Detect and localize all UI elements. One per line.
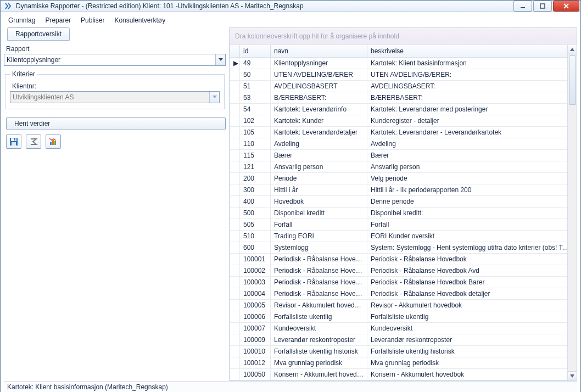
table-row[interactable]: 510Trading EORIEORI Kunder oversikt <box>230 230 577 242</box>
table-row[interactable]: 100006Forfallsliste ukentligForfallslist… <box>230 311 577 322</box>
chevron-down-icon <box>209 92 219 103</box>
cell-navn: Ansvarlig person <box>271 161 367 172</box>
cell-id: 105 <box>240 126 271 138</box>
cell-beskrivelse: Kunderegister - detaljer <box>367 115 577 126</box>
cell-navn: Leverandør reskontroposter <box>271 334 367 345</box>
kriterier-group: Kriterier Klientnr: <box>5 70 225 109</box>
table-row[interactable]: 500Disponibel kredittDisponibel kreditt: <box>230 207 577 219</box>
table-row[interactable]: 100001Periodisk - Råbalanse HovedbokPeri… <box>230 253 577 265</box>
table-row[interactable]: 100050Konsern - Akkumulert hovedbokKonse… <box>230 368 577 380</box>
table-row[interactable]: 100004Periodisk - Råbalanse Hovedbok d..… <box>230 288 577 299</box>
cell-navn: Periodisk - Råbalanse Hovedbok <box>271 253 367 265</box>
row-marker <box>230 276 240 288</box>
table-row[interactable]: 505ForfallForfall <box>230 219 577 230</box>
table-row[interactable]: 400HovedbokDenne periode <box>230 195 577 207</box>
vertical-scrollbar[interactable] <box>567 45 577 380</box>
maximize-button[interactable] <box>533 1 552 12</box>
table-row[interactable]: 51AVDELINGSBASERTAVDELINGSBASERT: <box>230 80 577 92</box>
cell-beskrivelse: Kartotek: Klient basisinformasjon <box>367 57 577 69</box>
cell-beskrivelse: Ansvarlig person <box>367 161 577 172</box>
sum-icon[interactable] <box>26 135 41 149</box>
cell-id: 100009 <box>240 334 271 345</box>
menu-preparer[interactable]: Preparer <box>45 16 71 24</box>
cell-navn: Hittil i år <box>271 184 367 195</box>
col-beskrivelse[interactable]: beskrivelse <box>367 45 577 57</box>
cell-id: 100002 <box>240 265 271 276</box>
table-row[interactable]: 50UTEN AVDELING/BÆRERUTEN AVDELING/BÆRER… <box>230 69 577 80</box>
rapport-combobox[interactable] <box>4 54 226 66</box>
content-area: Grunnlag Preparer Publiser Konsulentverk… <box>1 12 580 392</box>
row-marker <box>230 115 240 126</box>
cell-id: 100005 <box>240 299 271 311</box>
table-row[interactable]: 300Hittil i årHittil i år - lik perioder… <box>230 184 577 195</box>
save-icon[interactable] <box>6 135 21 149</box>
cell-id: 110 <box>240 138 271 149</box>
svg-rect-6 <box>50 142 52 145</box>
col-marker[interactable] <box>230 45 240 57</box>
table-row[interactable]: 53BÆRERBASERT:BÆRERBASERT: <box>230 92 577 103</box>
menu-publiser[interactable]: Publiser <box>81 16 104 24</box>
scroll-up-icon[interactable] <box>568 45 577 54</box>
col-navn[interactable]: navn <box>271 45 367 57</box>
table-row[interactable]: 200PeriodeVelg periode <box>230 172 577 184</box>
app-window: Dynamiske Rapporter - (Restricted editio… <box>0 0 581 392</box>
svg-rect-8 <box>54 141 56 145</box>
cell-navn: Periodisk - Råbalanse Hovedbok B... <box>271 276 367 288</box>
scroll-thumb[interactable] <box>569 55 576 105</box>
titlebar[interactable]: Dynamiske Rapporter - (Restricted editio… <box>1 1 580 12</box>
table-row[interactable]: 100010Forfallsliste ukentlig historiskFo… <box>230 345 577 357</box>
row-marker <box>230 80 240 92</box>
row-marker <box>230 126 240 138</box>
table-row[interactable]: 100007KundeoversiktKundeoversikt <box>230 322 577 334</box>
row-marker <box>230 230 240 242</box>
window-title: Dynamiske Rapporter - (Restricted editio… <box>16 2 512 10</box>
cell-navn: Forfallsliste ukentlig <box>271 311 367 322</box>
chevron-down-icon[interactable] <box>215 54 225 65</box>
table-row[interactable]: 115BærerBærer <box>230 149 577 161</box>
scroll-down-icon[interactable] <box>568 371 577 380</box>
close-button[interactable] <box>553 1 579 12</box>
cell-navn: Periode <box>271 172 367 184</box>
tab-rapportoversikt[interactable]: Rapportoversikt <box>7 27 70 41</box>
minimize-button[interactable] <box>513 1 532 12</box>
cell-navn: Hovedbok <box>271 195 367 207</box>
rapport-input[interactable] <box>4 54 215 65</box>
table-row[interactable]: 600SystemloggSystem: Systemlogg - Hent s… <box>230 242 577 253</box>
table-row[interactable]: 54Kartotek: LeverandørinfoKartotek: Leve… <box>230 103 577 115</box>
table-row[interactable]: 100012Mva grunnlag periodiskMva grunnlag… <box>230 357 577 368</box>
table-row[interactable]: 100005Revisor - Akkumulert hovedbokRevis… <box>230 299 577 311</box>
row-marker <box>230 184 240 195</box>
label-klientnr: Klientnr: <box>12 82 220 90</box>
cell-navn: Kundeoversikt <box>271 322 367 334</box>
cell-id: 100003 <box>240 276 271 288</box>
klientnr-input <box>10 92 209 103</box>
cell-navn: Bærer <box>271 149 367 161</box>
table-row[interactable]: 110AvdelingAvdeling <box>230 138 577 149</box>
report-grid[interactable]: id navn beskrivelse ▶49Klientopplysninge… <box>230 45 577 380</box>
row-marker <box>230 149 240 161</box>
table-row[interactable]: 105Kartotek: LeverandørdetaljerKartotek:… <box>230 126 577 138</box>
cell-id: 510 <box>240 230 271 242</box>
cell-beskrivelse: Velg periode <box>367 172 577 184</box>
table-row[interactable]: 102Kartotek: KunderKunderegister - detal… <box>230 115 577 126</box>
table-row[interactable]: 121Ansvarlig personAnsvarlig person <box>230 161 577 172</box>
status-text: Kartotek: Klient basisinformasjon (Marit… <box>7 383 168 391</box>
cell-navn: Avdeling <box>271 138 367 149</box>
svg-rect-5 <box>14 138 15 141</box>
cell-id: 100007 <box>240 322 271 334</box>
svg-rect-0 <box>521 7 525 8</box>
table-row[interactable]: 100009Leverandør reskontroposterLeverand… <box>230 334 577 345</box>
menu-konsulentverktoy[interactable]: Konsulentverktøy <box>114 16 165 24</box>
table-row[interactable]: ▶49KlientopplysningerKartotek: Klient ba… <box>230 57 577 69</box>
chart-icon[interactable] <box>46 135 61 149</box>
cell-id: 53 <box>240 92 271 103</box>
group-by-hint[interactable]: Dra kolonneoverskrift opp hit for å orga… <box>230 28 577 45</box>
col-id[interactable]: id <box>240 45 271 57</box>
menu-grunnlag[interactable]: Grunnlag <box>8 16 35 24</box>
cell-navn: Disponibel kreditt <box>271 207 367 219</box>
svg-rect-7 <box>52 140 54 145</box>
table-row[interactable]: 100003Periodisk - Råbalanse Hovedbok B..… <box>230 276 577 288</box>
table-row[interactable]: 100002Periodisk - Råbalanse Hovedbok ...… <box>230 265 577 276</box>
row-marker <box>230 357 240 368</box>
hent-verdier-button[interactable]: Hent verdier <box>6 117 226 130</box>
